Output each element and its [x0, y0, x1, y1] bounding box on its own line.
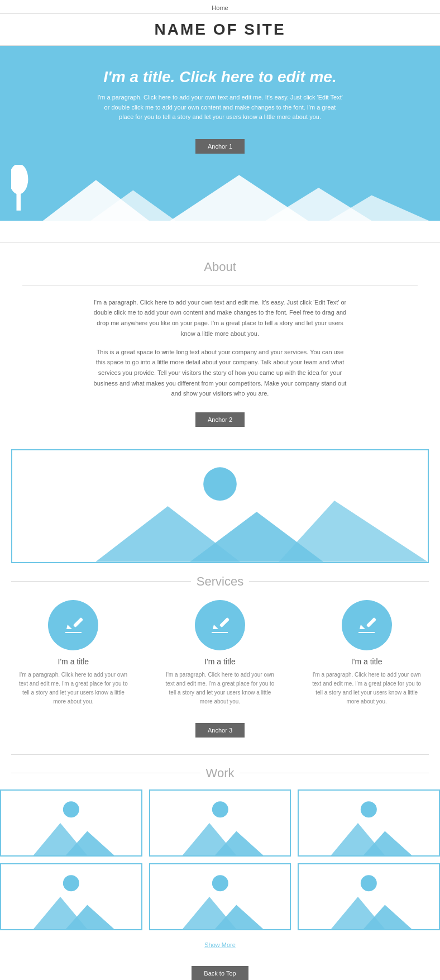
work-section: Work — [0, 766, 440, 980]
spacer-1 — [0, 221, 440, 243]
work-header: Work — [11, 766, 429, 781]
svg-rect-15 — [219, 617, 229, 627]
about-paragraph-2[interactable]: This is a great space to write long text… — [92, 347, 348, 399]
work-item-5[interactable] — [149, 863, 291, 930]
work-item-2[interactable] — [149, 789, 291, 857]
svg-rect-12 — [73, 617, 83, 627]
large-image-placeholder — [11, 449, 429, 563]
svg-point-29 — [361, 801, 377, 817]
top-nav: Home — [0, 0, 440, 14]
work-item-6[interactable] — [298, 863, 440, 930]
service-title-2[interactable]: I'm a title — [164, 657, 276, 666]
svg-point-7 — [203, 467, 237, 501]
svg-rect-18 — [366, 617, 376, 627]
service-text-3[interactable]: I'm a paragraph. Click here to add your … — [311, 670, 423, 706]
large-image-inner — [12, 450, 428, 562]
anchor-3-wrap: Anchor 3 — [0, 717, 440, 754]
services-header: Services — [11, 574, 429, 589]
svg-point-1 — [11, 165, 28, 194]
work-item-1[interactable] — [0, 789, 142, 857]
services-grid: I'm a title I'm a paragraph. Click here … — [0, 600, 440, 706]
hero-title[interactable]: I'm a title. Click here to edit me. — [11, 68, 429, 86]
work-item-4[interactable] — [0, 863, 142, 930]
hero-section: I'm a title. Click here to edit me. I'm … — [0, 46, 440, 221]
service-item-3: I'm a title I'm a paragraph. Click here … — [311, 600, 423, 706]
svg-point-41 — [361, 875, 377, 891]
services-line-left — [11, 581, 191, 582]
service-icon-1 — [48, 600, 98, 650]
service-text-1[interactable]: I'm a paragraph. Click here to add your … — [17, 670, 129, 706]
service-title-3[interactable]: I'm a title — [311, 657, 423, 666]
about-section: About I'm a paragraph. Click here to add… — [0, 243, 440, 449]
about-title: About — [11, 260, 429, 274]
work-line-right — [240, 773, 429, 773]
service-text-2[interactable]: I'm a paragraph. Click here to add your … — [164, 670, 276, 706]
show-more-link[interactable]: Show More — [204, 941, 236, 948]
show-more-wrap: Show More — [0, 939, 440, 949]
svg-point-21 — [63, 801, 79, 817]
svg-marker-19 — [360, 625, 365, 629]
anchor-1-button[interactable]: Anchor 1 — [195, 139, 245, 154]
service-item-1: I'm a title I'm a paragraph. Click here … — [17, 600, 129, 706]
work-title: Work — [206, 766, 235, 781]
services-title: Services — [197, 574, 243, 589]
site-title: NAME OF SITE — [0, 14, 440, 46]
service-icon-2 — [195, 600, 245, 650]
services-line-right — [249, 581, 429, 582]
service-title-1[interactable]: I'm a title — [17, 657, 129, 666]
back-to-top-button[interactable]: Back to Top — [192, 966, 248, 980]
service-icon-3 — [342, 600, 392, 650]
service-item-2: I'm a title I'm a paragraph. Click here … — [164, 600, 276, 706]
svg-point-33 — [63, 875, 79, 891]
svg-point-37 — [212, 875, 228, 891]
svg-marker-16 — [213, 625, 218, 629]
work-grid — [0, 789, 440, 930]
services-section: Services I'm a title I'm a paragraph. Cl… — [0, 574, 440, 754]
svg-marker-10 — [279, 501, 428, 562]
services-work-divider — [11, 754, 429, 755]
anchor-3-button[interactable]: Anchor 3 — [195, 723, 245, 738]
work-line-left — [11, 773, 200, 773]
about-divider — [22, 286, 418, 286]
svg-marker-13 — [66, 625, 72, 629]
svg-point-25 — [212, 801, 228, 817]
work-item-3[interactable] — [298, 789, 440, 857]
back-to-top-wrap: Back to Top — [0, 955, 440, 980]
nav-home[interactable]: Home — [212, 4, 228, 11]
about-paragraph-1[interactable]: I'm a paragraph. Click here to add your … — [92, 297, 348, 339]
anchor-2-button[interactable]: Anchor 2 — [195, 412, 245, 427]
hero-mountains-graphic — [11, 165, 429, 221]
hero-paragraph[interactable]: I'm a paragraph. Click here to add your … — [97, 93, 343, 122]
